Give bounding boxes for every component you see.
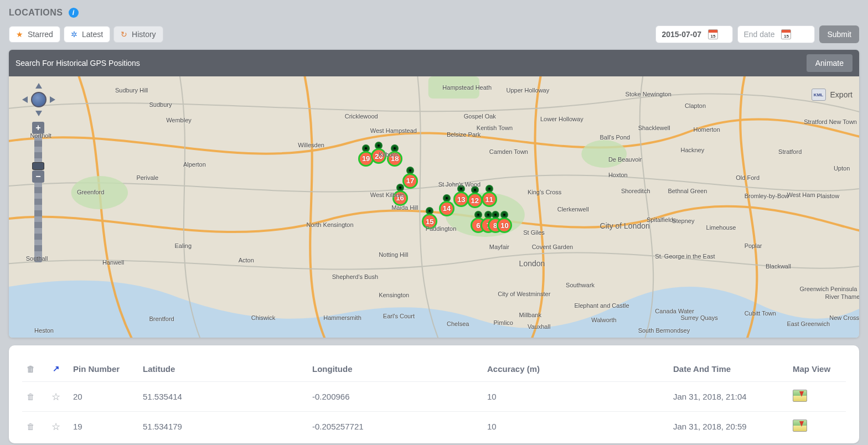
col-lat: Latitude [143,364,303,374]
star-outline-icon[interactable]: ☆ [51,391,60,402]
pin-label: 14 [439,201,454,216]
map-place-label: Clapton [685,102,706,109]
info-icon[interactable]: i [69,8,79,18]
map-place-label: Millbank [519,312,541,318]
zoom-track[interactable] [34,135,42,262]
map-place-label: Hampstead Heath [442,84,492,91]
map-place-label: Canada Water [655,308,694,314]
calendar-icon [708,29,718,39]
table-row: 🗑☆1951.534179-0.20525772110Jan 31, 2018,… [22,411,846,441]
map-pin[interactable]: 14 [439,194,454,216]
cell-pin: 20 [73,392,134,401]
tab-starred-label: Starred [28,30,53,39]
map-place-label: West Ham [787,192,815,198]
gmap-icon[interactable] [793,420,807,432]
map-place-label: East Greenwich [787,320,830,327]
map-place-label: Kilburn [379,151,397,158]
trash-icon[interactable]: 🗑 [27,392,35,401]
map-place-label: Alperton [183,161,206,168]
pan-up-icon[interactable] [35,83,42,89]
map-place-label: Surrey Quays [680,314,717,321]
map-place-label: Hackney [680,147,704,153]
map-place-label: Sudbury Hill [115,87,148,94]
svg-point-4 [581,140,627,168]
cell-pin: 19 [73,422,134,431]
star-outline-icon[interactable]: ☆ [51,421,60,432]
tab-history[interactable]: ↻History [113,26,163,43]
map-place-label: Acton [239,257,254,263]
map-place-label: Hanwell [102,259,124,266]
table-header-row: 🗑 ↗ Pin Number Latitude Longitude Accura… [22,355,846,381]
map-place-label: North Kensington [307,221,354,228]
map-place-label: Pimlico [494,319,513,326]
zoom-out-button[interactable]: − [32,170,44,183]
map-place-label: Blackwall [766,263,791,270]
col-date: Date And Time [673,364,784,374]
map-place-label: Cubitt Town [745,310,776,317]
kml-icon: KML [812,89,826,101]
end-date-input[interactable]: End date [737,25,815,43]
external-link-icon[interactable]: ↗ [53,364,60,373]
col-map: Map View [793,364,837,374]
map-place-label: Mayfair [489,244,509,250]
map-place-label: Ball's Pond [600,134,631,141]
star-icon: ★ [16,30,23,39]
map-place-label: River Thames [825,293,859,300]
map-place-label: Hoxton [608,172,628,178]
map-place-label: West Kilburn [370,192,405,198]
tab-latest-label: Latest [82,30,103,39]
map-canvas[interactable]: + − KML Export 1920181716151413121167810… [9,76,859,338]
trash-icon[interactable]: 🗑 [27,364,35,374]
animate-button[interactable]: Animate [807,54,852,72]
map-zoom-control[interactable]: + − [32,121,44,184]
map-pan-control[interactable] [22,83,55,116]
map-place-label: King's Cross [528,189,561,195]
page-title: LOCATIONS [9,8,63,18]
map-place-label: Ealing [175,242,192,249]
cell-acc: 10 [487,422,664,431]
latest-icon: ✲ [71,30,78,39]
trash-icon[interactable]: 🗑 [27,422,35,431]
zoom-handle[interactable] [33,163,44,169]
map-place-label: Perivale [136,174,158,181]
gmap-icon[interactable] [793,390,807,402]
export-control[interactable]: KML Export [812,89,852,101]
map-place-label: Notting Hill [379,251,408,258]
calendar-icon [781,29,791,39]
tab-group: ★Starred ✲Latest ↻History [9,26,163,43]
map-pin[interactable]: 10 [497,211,512,233]
map-place-label: Northolt [30,132,51,139]
map-place-label: Hammersmith [323,314,361,321]
tab-starred[interactable]: ★Starred [9,26,60,43]
map-place-label: Shoreditch [621,188,650,194]
map-place-label: Belsize Park [447,131,480,138]
globe-icon[interactable] [31,92,46,107]
map-place-label: Greenford [77,189,105,195]
start-date-input[interactable]: 2015-07-07 [655,25,733,43]
map-place-label: Stoke Newington [626,91,671,97]
submit-button[interactable]: Submit [819,25,859,43]
cell-lon: -0.200966 [312,392,478,401]
map-pin[interactable]: 12 [467,186,483,208]
cell-lat: 51.534179 [143,422,303,431]
map-place-label: Upton [834,165,850,172]
map-place-label: New Cross [829,314,859,321]
map-place-label: St John's Wood [438,181,481,188]
map-place-label: Upper Holloway [507,87,550,94]
pan-left-icon[interactable] [22,96,28,103]
cell-date: Jan 31, 2018, 21:04 [673,392,784,401]
end-date-placeholder: End date [743,30,774,39]
col-pin: Pin Number [73,364,134,374]
map-pin[interactable]: 11 [482,185,497,207]
map-place-label: Wembley [166,117,192,123]
tab-latest[interactable]: ✲Latest [64,26,110,43]
map-place-label: Bethnal Green [668,188,707,194]
map-place-label: Sudbury [149,101,172,108]
pan-down-icon[interactable] [35,111,42,116]
map-place-label: Earl's Court [383,313,415,319]
pan-right-icon[interactable] [50,96,55,103]
map-place-label: Camden Town [489,148,528,155]
cell-date: Jan 31, 2018, 20:59 [673,422,784,431]
cell-lat: 51.535414 [143,392,303,401]
col-lon: Longitude [312,364,478,374]
